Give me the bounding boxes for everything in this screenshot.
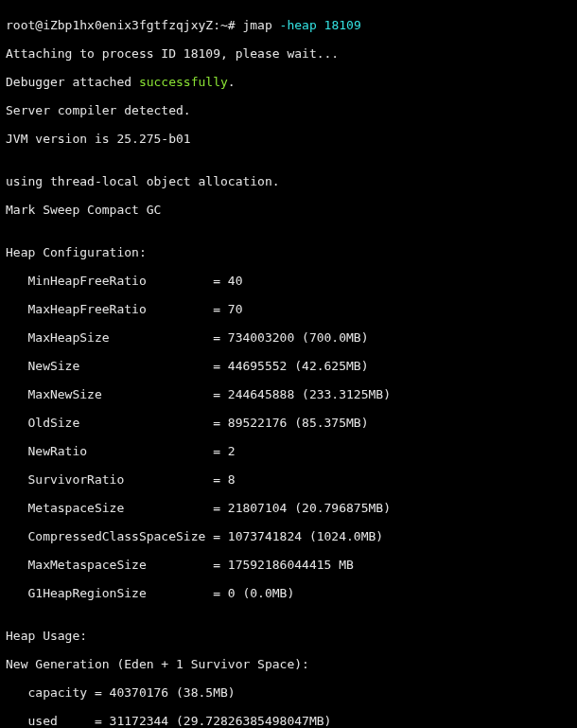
prompt-user-host: root@iZbp1hx0enix3fgtfzqjxyZ	[6, 18, 213, 32]
newgen-capacity: capacity = 40370176 (38.5MB)	[6, 685, 571, 700]
newgen-title: New Generation (Eden + 1 Survivor Space)…	[6, 657, 571, 671]
hc-survivor-ratio: SurvivorRatio = 8	[6, 472, 571, 487]
jvm-version-line: JVM version is 25.275-b01	[6, 132, 571, 146]
heap-config-header: Heap Configuration:	[6, 245, 571, 259]
attach-line: Attaching to process ID 18109, please wa…	[6, 46, 571, 61]
hc-compressed-class-space-size: CompressedClassSpaceSize = 1073741824 (1…	[6, 529, 571, 543]
hc-new-size: NewSize = 44695552 (42.625MB)	[6, 359, 571, 373]
debugger-status: successfully	[139, 75, 228, 89]
server-line: Server compiler detected.	[6, 103, 571, 117]
cmd-pid: 18109	[324, 18, 361, 32]
hc-max-new-size: MaxNewSize = 244645888 (233.3125MB)	[6, 387, 571, 401]
hc-min-heap-free-ratio: MinHeapFreeRatio = 40	[6, 274, 571, 288]
hc-max-heap-free-ratio: MaxHeapFreeRatio = 70	[6, 302, 571, 316]
hc-old-size: OldSize = 89522176 (85.375MB)	[6, 416, 571, 430]
prompt-cwd: :~#	[213, 18, 235, 32]
hc-metaspace-size: MetaspaceSize = 21807104 (20.796875MB)	[6, 501, 571, 515]
debugger-line: Debugger attached successfully.	[6, 75, 571, 89]
hc-new-ratio: NewRatio = 2	[6, 444, 571, 458]
debugger-suffix: .	[228, 75, 236, 89]
terminal[interactable]: root@iZbp1hx0enix3fgtfzqjxyZ:~# jmap -he…	[0, 0, 577, 728]
hc-max-metaspace-size: MaxMetaspaceSize = 17592186044415 MB	[6, 558, 571, 572]
hc-g1-heap-region-size: G1HeapRegionSize = 0 (0.0MB)	[6, 586, 571, 600]
cmd: jmap	[242, 18, 271, 32]
gc-line: Mark Sweep Compact GC	[6, 203, 571, 217]
newgen-used: used = 31172344 (29.72826385498047MB)	[6, 714, 571, 728]
alloc-line: using thread-local object allocation.	[6, 174, 571, 188]
prompt-line: root@iZbp1hx0enix3fgtfzqjxyZ:~# jmap -he…	[6, 18, 571, 32]
hc-max-heap-size: MaxHeapSize = 734003200 (700.0MB)	[6, 330, 571, 345]
heap-usage-header: Heap Usage:	[6, 629, 571, 643]
debugger-prefix: Debugger attached	[6, 75, 139, 89]
cmd-flag: -heap	[280, 18, 317, 32]
